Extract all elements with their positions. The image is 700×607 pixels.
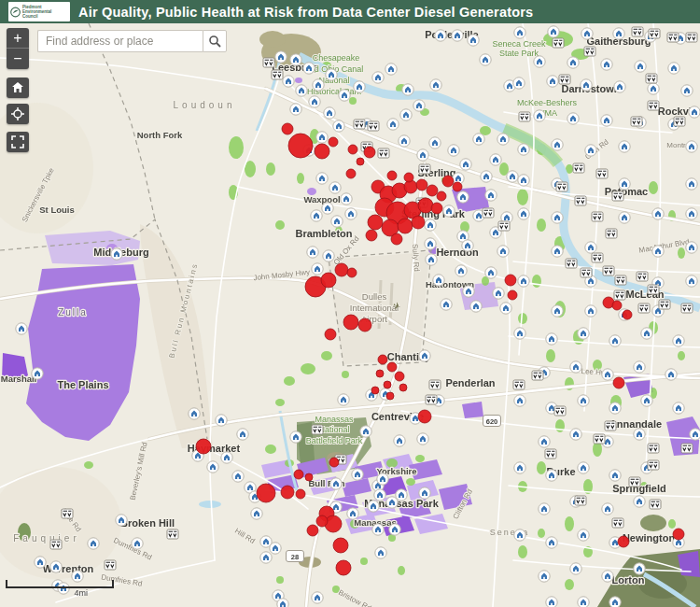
data-center-circle[interactable]	[404, 173, 413, 182]
school-marker[interactable]	[372, 524, 384, 535]
data-center-circle[interactable]	[376, 370, 384, 377]
generator-marker[interactable]	[614, 290, 625, 300]
school-marker[interactable]	[413, 100, 425, 111]
school-marker[interactable]	[648, 83, 659, 94]
map-canvas[interactable]: GaithersburgRockvilleDarnestownPoolesvil…	[0, 23, 700, 607]
school-marker[interactable]	[480, 54, 491, 65]
generator-marker[interactable]	[648, 101, 659, 110]
school-marker[interactable]	[690, 429, 700, 440]
school-marker[interactable]	[462, 240, 473, 251]
generator-marker[interactable]	[513, 380, 525, 389]
generator-marker[interactable]	[592, 253, 603, 262]
school-marker[interactable]	[385, 64, 397, 75]
school-marker[interactable]	[686, 242, 697, 253]
school-marker[interactable]	[634, 361, 645, 373]
school-marker[interactable]	[386, 497, 398, 508]
school-marker[interactable]	[539, 571, 550, 582]
data-center-circle[interactable]	[618, 536, 629, 547]
school-marker[interactable]	[514, 27, 525, 38]
data-center-circle[interactable]	[391, 233, 402, 245]
data-center-circle[interactable]	[371, 387, 379, 394]
generator-marker[interactable]	[378, 148, 389, 158]
generator-marker[interactable]	[419, 164, 430, 174]
school-marker[interactable]	[546, 537, 557, 548]
school-marker[interactable]	[619, 141, 630, 152]
school-marker[interactable]	[372, 72, 384, 83]
school-marker[interactable]	[686, 178, 697, 190]
school-marker[interactable]	[609, 402, 621, 414]
data-center-circle[interactable]	[296, 489, 305, 499]
data-center-circle[interactable]	[404, 180, 417, 193]
school-marker[interactable]	[429, 137, 441, 148]
data-center-circle[interactable]	[357, 158, 364, 165]
data-center-circle[interactable]	[673, 529, 684, 540]
school-marker[interactable]	[290, 431, 301, 443]
school-marker[interactable]	[686, 275, 697, 287]
school-marker[interactable]	[307, 247, 318, 258]
school-marker[interactable]	[326, 69, 337, 80]
data-center-circle[interactable]	[348, 145, 357, 154]
school-marker[interactable]	[116, 515, 127, 526]
school-marker[interactable]	[455, 265, 467, 276]
school-marker[interactable]	[493, 288, 504, 299]
school-marker[interactable]	[518, 208, 529, 219]
data-center-circle[interactable]	[427, 185, 438, 196]
school-marker[interactable]	[534, 110, 545, 121]
school-marker[interactable]	[441, 299, 452, 310]
data-center-circle[interactable]	[364, 147, 375, 158]
school-marker[interactable]	[216, 415, 227, 426]
school-marker[interactable]	[668, 63, 679, 74]
school-marker[interactable]	[552, 305, 563, 317]
generator-marker[interactable]	[272, 70, 283, 79]
generator-marker[interactable]	[566, 259, 577, 268]
school-marker[interactable]	[514, 529, 525, 541]
data-center-circle[interactable]	[305, 473, 313, 481]
school-marker[interactable]	[609, 597, 621, 607]
generator-marker[interactable]	[498, 221, 510, 231]
school-marker[interactable]	[333, 120, 344, 132]
school-marker[interactable]	[468, 35, 479, 46]
search-input[interactable]	[37, 30, 203, 52]
generator-marker[interactable]	[519, 112, 530, 121]
school-marker[interactable]	[452, 30, 463, 41]
school-marker[interactable]	[490, 154, 501, 165]
school-marker[interactable]	[360, 426, 371, 437]
data-center-circle[interactable]	[316, 515, 328, 527]
generator-marker[interactable]	[545, 449, 556, 459]
generator-marker[interactable]	[674, 117, 685, 126]
data-center-circle[interactable]	[315, 144, 329, 159]
school-marker[interactable]	[481, 171, 492, 182]
school-marker[interactable]	[316, 132, 328, 143]
school-marker[interactable]	[324, 107, 335, 119]
generator-marker[interactable]	[62, 509, 73, 518]
school-marker[interactable]	[485, 267, 497, 278]
school-marker[interactable]	[635, 61, 646, 72]
school-marker[interactable]	[313, 79, 324, 91]
school-marker[interactable]	[345, 208, 357, 219]
school-marker[interactable]	[665, 369, 677, 380]
data-center-circle[interactable]	[335, 263, 348, 276]
generator-marker[interactable]	[648, 285, 659, 294]
school-marker[interactable]	[609, 470, 621, 481]
data-center-circle[interactable]	[325, 329, 336, 340]
generator-marker[interactable]	[167, 529, 178, 539]
data-center-circle[interactable]	[431, 203, 442, 214]
school-marker[interactable]	[339, 90, 350, 101]
zoom-in-button[interactable]: +	[7, 28, 29, 49]
generator-marker[interactable]	[553, 38, 564, 48]
data-center-circle[interactable]	[281, 486, 294, 499]
data-center-circle[interactable]	[613, 377, 624, 388]
school-marker[interactable]	[16, 323, 27, 334]
school-marker[interactable]	[387, 119, 399, 130]
generator-marker[interactable]	[646, 74, 657, 83]
locate-button[interactable]	[7, 104, 29, 124]
data-center-circle[interactable]	[418, 410, 431, 423]
school-marker[interactable]	[329, 182, 341, 193]
school-marker[interactable]	[497, 134, 509, 145]
school-marker[interactable]	[400, 109, 412, 120]
school-marker[interactable]	[585, 145, 596, 156]
data-center-circle[interactable]	[321, 273, 336, 288]
school-marker[interactable]	[347, 508, 358, 519]
school-marker[interactable]	[500, 303, 511, 314]
school-marker[interactable]	[602, 503, 613, 515]
